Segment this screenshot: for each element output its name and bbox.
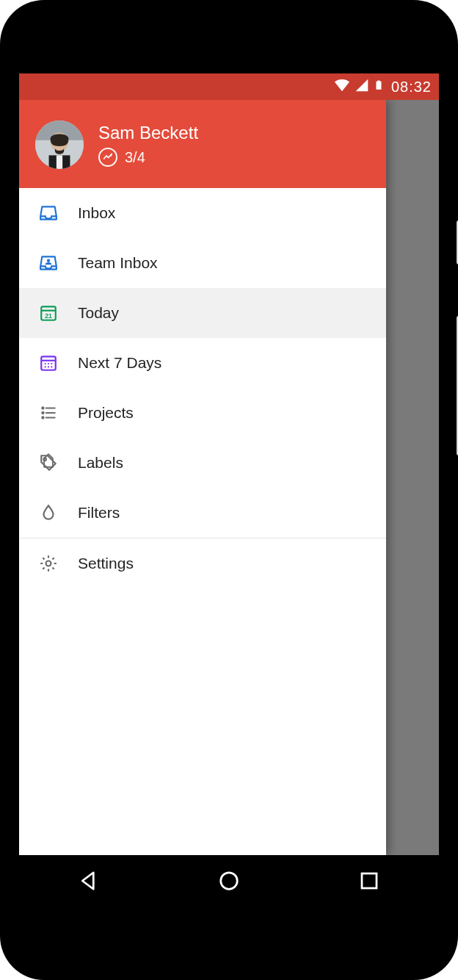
recent-apps-button[interactable] xyxy=(357,869,381,893)
svg-point-21 xyxy=(42,412,43,414)
user-name: Sam Beckett xyxy=(98,123,198,143)
svg-point-19 xyxy=(42,407,43,408)
svg-point-23 xyxy=(42,417,43,418)
menu-item-inbox[interactable]: Inbox xyxy=(19,188,386,238)
menu-label: Labels xyxy=(78,454,123,472)
svg-point-14 xyxy=(48,363,49,364)
svg-point-27 xyxy=(221,873,238,890)
svg-rect-6 xyxy=(57,155,62,169)
user-meta: Sam Beckett 3/4 xyxy=(98,123,198,167)
menu-label: Team Inbox xyxy=(78,254,158,272)
svg-rect-28 xyxy=(362,873,377,888)
avatar[interactable] xyxy=(35,120,84,169)
svg-text:21: 21 xyxy=(45,312,52,320)
battery-icon xyxy=(374,77,384,97)
menu-item-settings[interactable]: Settings xyxy=(19,538,386,588)
cellular-icon xyxy=(355,78,369,96)
list-icon xyxy=(38,403,59,423)
svg-rect-0 xyxy=(376,81,381,89)
home-button[interactable] xyxy=(217,869,241,893)
karma-icon xyxy=(98,148,117,167)
menu-label: Filters xyxy=(78,504,120,522)
calendar-today-icon: 21 xyxy=(38,303,59,323)
menu-label: Next 7 Days xyxy=(78,354,161,372)
wifi-icon xyxy=(334,77,350,97)
clock-text: 08:32 xyxy=(391,79,432,96)
drawer-header[interactable]: Sam Beckett 3/4 xyxy=(19,100,386,188)
status-bar: 08:32 xyxy=(19,73,439,100)
team-inbox-icon xyxy=(38,253,59,273)
svg-rect-1 xyxy=(377,80,380,82)
inbox-icon xyxy=(38,203,59,223)
navigation-drawer: Sam Beckett 3/4 Inbox xyxy=(19,100,386,855)
svg-point-25 xyxy=(43,458,46,460)
svg-point-18 xyxy=(51,366,52,367)
back-button[interactable] xyxy=(77,869,101,893)
phone-screen: 08:32 Sam Becket xyxy=(19,73,439,907)
menu-label: Settings xyxy=(78,555,134,572)
menu-item-filters[interactable]: Filters xyxy=(19,488,386,538)
svg-point-7 xyxy=(47,259,50,262)
drop-icon xyxy=(38,502,59,523)
drawer-menu: Inbox Team Inbox 21 Today xyxy=(19,188,386,588)
svg-point-16 xyxy=(45,366,46,367)
tag-icon xyxy=(38,453,59,473)
menu-item-next-7-days[interactable]: Next 7 Days xyxy=(19,338,386,388)
svg-point-17 xyxy=(48,366,49,367)
gear-icon xyxy=(38,553,59,574)
phone-frame: 08:32 Sam Becket xyxy=(0,0,458,980)
menu-item-today[interactable]: 21 Today xyxy=(19,288,386,338)
menu-item-projects[interactable]: Projects xyxy=(19,388,386,438)
karma-ratio: 3/4 xyxy=(125,149,145,166)
menu-label: Projects xyxy=(78,404,134,422)
menu-label: Inbox xyxy=(78,204,115,222)
scrim-overlay[interactable] xyxy=(386,100,439,855)
svg-point-26 xyxy=(46,561,51,566)
menu-item-labels[interactable]: Labels xyxy=(19,438,386,488)
svg-point-13 xyxy=(45,363,46,364)
calendar-week-icon xyxy=(38,353,59,373)
karma-row[interactable]: 3/4 xyxy=(98,148,198,167)
svg-point-15 xyxy=(51,363,52,364)
menu-item-team-inbox[interactable]: Team Inbox xyxy=(19,238,386,288)
menu-label: Today xyxy=(78,304,119,322)
android-nav-bar xyxy=(19,855,439,907)
